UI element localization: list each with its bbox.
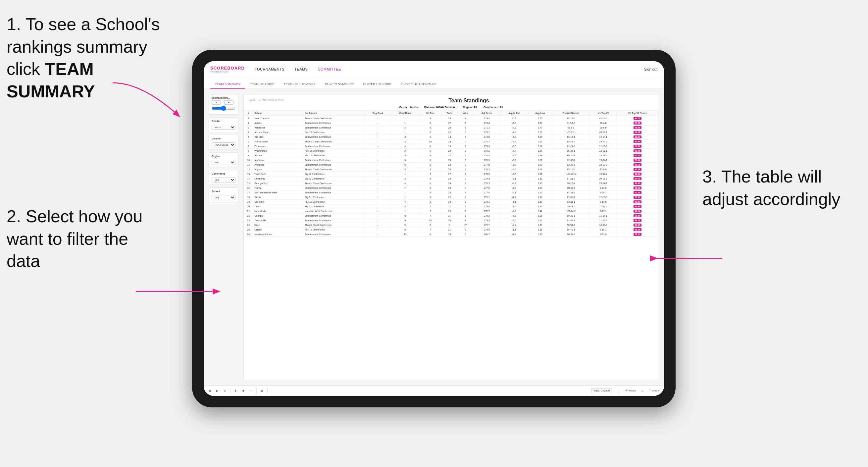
cell-overall: 82-28-3: [552, 163, 590, 167]
cell-school: Texas: [253, 204, 303, 209]
cell-school: Georgia Tech: [253, 181, 303, 186]
col-top50-points: Vs Top 50 Points: [616, 111, 658, 116]
cell-avg-par: -6.2: [500, 126, 528, 130]
cell-rnds: 24: [441, 190, 458, 195]
tab-player-summary[interactable]: PLAYER SUMMARY: [320, 80, 359, 89]
toolbar-clock[interactable]: ◉: [259, 388, 265, 393]
cell-overall: 76-26-1: [552, 181, 590, 186]
toolbar-bookmark[interactable]: ■: [241, 388, 245, 393]
cell-conf-rank: 1: [391, 172, 419, 177]
cell-conf-rank: 1: [391, 190, 419, 195]
cell-reg-rank: -: [365, 158, 391, 163]
table-row: 19 California Pac-12 Conference - 4 8 24…: [244, 200, 659, 204]
cell-rank: 6: [244, 139, 253, 144]
conference-select[interactable]: (All): [212, 178, 236, 183]
table-row: 21 New Mexico Mountain West Conference -…: [244, 209, 659, 214]
view-original-btn[interactable]: View: Original: [591, 388, 612, 393]
cell-reg-rank: -: [365, 121, 391, 126]
cell-school: New Mexico: [253, 209, 303, 214]
cell-conf-rank: 1: [391, 121, 419, 126]
cell-avg-par: -3.6: [500, 158, 528, 163]
cell-overall: 83-15-0: [552, 167, 590, 172]
cell-conf-rank: 4: [391, 181, 419, 186]
cell-top50-points: 80.49: [616, 149, 658, 153]
cell-overall: 95-29-0: [552, 139, 590, 144]
cell-no-tour: 9: [419, 195, 441, 200]
gender-filter-label: Gender: [212, 120, 236, 123]
cell-reg-rank: -: [365, 149, 391, 153]
table-row: 16 Florida Southeastern Conference - 7 9…: [244, 186, 659, 190]
table-row: 22 Georgia Southeastern Conference - 8 7…: [244, 214, 659, 218]
cell-wins: 1: [458, 214, 473, 218]
nav-tournaments[interactable]: TOURNAMENTS: [255, 67, 284, 71]
cell-conference: Pac-12 Conference: [303, 130, 365, 135]
tab-player-h2h-heatmap[interactable]: PLAYER H2H HEATMAP: [396, 80, 440, 89]
cell-conf-rank: 1: [391, 195, 419, 200]
cell-avg-par: -4.4: [500, 139, 528, 144]
cell-avg-par: -5.0: [500, 135, 528, 139]
cell-rank: 21: [244, 209, 253, 214]
cell-overall: 66-42-1: [552, 227, 590, 232]
cell-rank: 4: [244, 130, 253, 135]
table-panel: Update time: 27/03/2024 16:56:26 Team St…: [243, 94, 659, 380]
toolbar-forward[interactable]: ▶: [215, 388, 220, 393]
nav-teams[interactable]: TEAMS: [294, 67, 308, 71]
cell-conf-rank: 5: [391, 223, 419, 227]
school-select[interactable]: (All): [212, 195, 236, 200]
cell-avg-par: -1.4: [500, 195, 528, 200]
cell-overall: 86-26-1: [552, 153, 590, 158]
cell-rnds: 24: [441, 167, 458, 172]
cell-overall: 92-40-3: [552, 218, 590, 223]
tab-team-h2h-grid[interactable]: TEAM H2H GRID: [245, 80, 279, 89]
min-rank-to-input[interactable]: [224, 100, 234, 105]
watch-btn[interactable]: 👁 Watch: [623, 388, 638, 393]
cell-conference: Southeastern Conference: [303, 163, 365, 167]
toolbar-refresh[interactable]: ↻: [222, 388, 227, 393]
cell-rank: 13: [244, 172, 253, 177]
table-row: 3 Vanderbilt Southeastern Conference - 2…: [244, 126, 659, 130]
nav-committee[interactable]: COMMITTEE: [318, 67, 341, 71]
cell-reg-rank: -: [365, 177, 391, 181]
cell-avg-low: 2.37: [528, 135, 552, 139]
cell-overall: 82-05-1: [552, 195, 590, 200]
cell-school: Arizona State: [253, 130, 303, 135]
cell-rank: 25: [244, 227, 253, 232]
toolbar-back[interactable]: ◀: [207, 388, 212, 393]
cell-avg-par: -2.0: [500, 218, 528, 223]
table-row: 1 North Carolina Atlantic Coast Conferen…: [244, 116, 659, 121]
cell-no-tour: 10: [419, 139, 441, 144]
cell-vs-top25: 12-14-1: [590, 135, 617, 139]
min-rank-from-input[interactable]: [212, 100, 221, 105]
rank-slider[interactable]: [212, 106, 236, 111]
cell-no-tour: 9: [419, 126, 441, 130]
tab-team-summary[interactable]: TEAM SUMMARY: [210, 80, 245, 89]
cell-rank: 3: [244, 126, 253, 130]
toolbar-share[interactable]: ⬆: [233, 388, 239, 393]
cell-conference: Big 12 Conference: [303, 204, 365, 209]
cell-adj-score: 279.2: [473, 214, 500, 218]
cell-avg-par: 0.7: [500, 204, 528, 209]
cell-rnds: 24: [441, 177, 458, 181]
cell-overall: 80-25-2: [552, 186, 590, 190]
cell-wins: 1: [458, 149, 473, 153]
cell-wins: 2: [458, 177, 473, 181]
cell-no-tour: 9: [419, 116, 441, 121]
cell-school: Ole Miss: [253, 135, 303, 139]
filter-gender: Gender Men's: [209, 117, 239, 132]
region-select[interactable]: N/A: [212, 160, 236, 165]
tab-player-h2h-grid[interactable]: PLAYER H2H GRID: [359, 80, 396, 89]
sign-out-link[interactable]: Sign out: [644, 67, 657, 71]
toolbar-pip[interactable]: □: [640, 388, 645, 393]
cell-overall: 109-24-2: [552, 209, 590, 214]
share-btn[interactable]: ⤒ Share: [647, 388, 661, 393]
cell-adj-score: 276.3: [473, 167, 500, 172]
toolbar-more[interactable]: ⋯: [248, 388, 254, 393]
cell-conf-rank: 4: [391, 144, 419, 149]
division-select[interactable]: NCAA Division I: [212, 143, 236, 147]
gender-select[interactable]: Men's: [212, 125, 236, 130]
cell-conf-rank: 5: [391, 227, 419, 232]
tab-team-h2h-heatmap[interactable]: TEAM H2H HEATMAP: [279, 80, 320, 89]
cell-reg-rank: -: [365, 144, 391, 149]
cell-avg-par: -5.2: [500, 116, 528, 121]
cell-rank: 23: [244, 218, 253, 223]
